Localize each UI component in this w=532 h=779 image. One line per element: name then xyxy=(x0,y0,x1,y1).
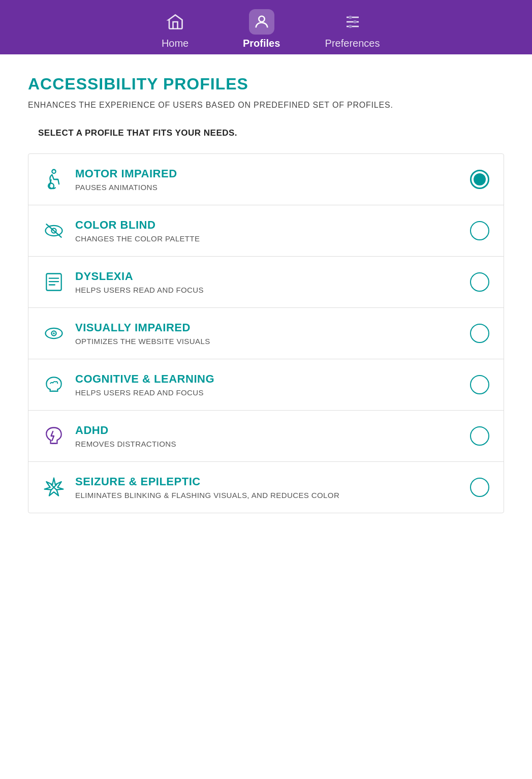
radio-color-blind[interactable] xyxy=(470,221,489,240)
nav-label-preferences: Preferences xyxy=(325,38,380,49)
nav-label-home: Home xyxy=(162,38,189,49)
color-blind-icon xyxy=(41,217,67,244)
profile-info-cognitive: COGNITIVE & LEARNING HELPS USERS READ AN… xyxy=(75,372,470,397)
motor-impaired-icon xyxy=(41,166,67,193)
profile-info-motor-impaired: MOTOR IMPAIRED PAUSES ANIMATIONS xyxy=(75,167,470,192)
svg-point-5 xyxy=(353,20,357,24)
select-prompt: SELECT A PROFILE THAT FITS YOUR NEEDS. xyxy=(28,128,504,138)
nav-label-profiles: Profiles xyxy=(243,38,280,49)
svg-point-4 xyxy=(349,16,352,19)
profile-item-seizure[interactable]: SEIZURE & EPILEPTIC ELIMINATES BLINKING … xyxy=(28,462,504,513)
home-icon xyxy=(163,9,188,35)
profile-info-seizure: SEIZURE & EPILEPTIC ELIMINATES BLINKING … xyxy=(75,475,470,500)
profile-name-adhd: ADHD xyxy=(75,424,470,437)
page-subtitle: ENHANCES THE EXPERIENCE OF USERS BASED O… xyxy=(28,101,504,110)
nav-item-profiles[interactable]: Profiles xyxy=(239,9,285,49)
profile-info-color-blind: COLOR BLIND CHANGES THE COLOR PALETTE xyxy=(75,219,470,243)
radio-cognitive[interactable] xyxy=(470,375,489,394)
profile-desc-cognitive: HELPS USERS READ AND FOCUS xyxy=(75,388,470,397)
svg-point-7 xyxy=(52,170,55,173)
seizure-icon xyxy=(41,474,67,501)
profile-desc-dyslexia: HELPS USERS READ AND FOCUS xyxy=(75,286,470,294)
profile-name-cognitive: COGNITIVE & LEARNING xyxy=(75,372,470,386)
page-title: ACCESSIBILITY PROFILES xyxy=(28,75,504,94)
dyslexia-icon xyxy=(41,269,67,295)
profile-list: MOTOR IMPAIRED PAUSES ANIMATIONS COLOR B… xyxy=(28,153,504,513)
profile-item-dyslexia[interactable]: DYSLEXIA HELPS USERS READ AND FOCUS xyxy=(28,257,504,308)
svg-point-0 xyxy=(259,16,264,22)
profile-name-visually-impaired: VISUALLY IMPAIRED xyxy=(75,321,470,334)
profile-desc-adhd: REMOVES DISTRACTIONS xyxy=(75,440,470,448)
profile-info-visually-impaired: VISUALLY IMPAIRED OPTIMIZES THE WEBSITE … xyxy=(75,321,470,346)
profile-desc-motor-impaired: PAUSES ANIMATIONS xyxy=(75,183,470,192)
profile-name-seizure: SEIZURE & EPILEPTIC xyxy=(75,475,470,488)
profile-item-color-blind[interactable]: COLOR BLIND CHANGES THE COLOR PALETTE xyxy=(28,205,504,257)
profile-name-dyslexia: DYSLEXIA xyxy=(75,270,470,283)
nav-item-preferences[interactable]: Preferences xyxy=(325,9,380,49)
radio-inner-motor-impaired xyxy=(474,173,486,185)
profile-desc-visually-impaired: OPTIMIZES THE WEBSITE VISUALS xyxy=(75,337,470,346)
radio-visually-impaired[interactable] xyxy=(470,324,489,343)
profile-name-motor-impaired: MOTOR IMPAIRED xyxy=(75,167,470,180)
profile-desc-seizure: ELIMINATES BLINKING & FLASHING VISUALS, … xyxy=(75,491,470,500)
profile-name-color-blind: COLOR BLIND xyxy=(75,219,470,232)
nav-item-home[interactable]: Home xyxy=(152,9,198,49)
radio-dyslexia[interactable] xyxy=(470,272,489,292)
radio-motor-impaired[interactable] xyxy=(470,170,489,189)
navigation-bar: Home Profiles Preferences xyxy=(0,0,532,54)
profile-info-dyslexia: DYSLEXIA HELPS USERS READ AND FOCUS xyxy=(75,270,470,294)
cognitive-icon xyxy=(41,371,67,398)
profile-desc-color-blind: CHANGES THE COLOR PALETTE xyxy=(75,234,470,243)
profile-item-cognitive[interactable]: COGNITIVE & LEARNING HELPS USERS READ AN… xyxy=(28,359,504,411)
preferences-icon xyxy=(340,9,365,35)
profile-item-visually-impaired[interactable]: VISUALLY IMPAIRED OPTIMIZES THE WEBSITE … xyxy=(28,308,504,359)
svg-point-18 xyxy=(53,332,55,334)
profile-item-motor-impaired[interactable]: MOTOR IMPAIRED PAUSES ANIMATIONS xyxy=(28,154,504,205)
radio-adhd[interactable] xyxy=(470,426,489,446)
radio-seizure[interactable] xyxy=(470,478,489,497)
visually-impaired-icon xyxy=(41,320,67,347)
main-content: ACCESSIBILITY PROFILES ENHANCES THE EXPE… xyxy=(0,54,532,534)
profiles-icon xyxy=(249,9,274,35)
svg-point-6 xyxy=(349,25,352,28)
profile-info-adhd: ADHD REMOVES DISTRACTIONS xyxy=(75,424,470,448)
adhd-icon xyxy=(41,423,67,449)
profile-item-adhd[interactable]: ADHD REMOVES DISTRACTIONS xyxy=(28,411,504,462)
